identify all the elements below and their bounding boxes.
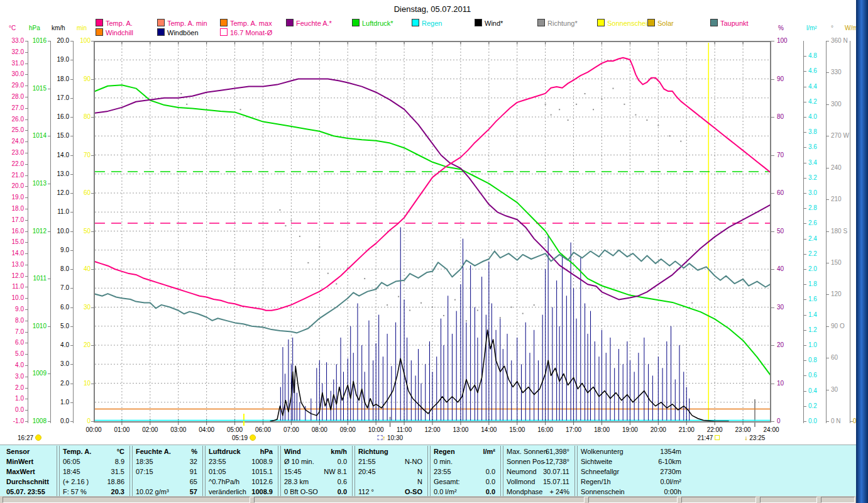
y-axis-label: 7.0	[4, 329, 24, 335]
x-axis-label: 13:00	[450, 427, 471, 433]
y-axis-label: 60	[831, 355, 838, 361]
y-axis-label: 80	[777, 114, 784, 120]
axis-tick	[25, 410, 28, 411]
axis-tick	[771, 79, 774, 80]
axis-tick	[25, 130, 28, 131]
y-axis-label: 50	[777, 228, 784, 235]
axis-tick	[25, 253, 28, 254]
table-cell: 15:45	[284, 467, 302, 477]
x-axis-label: 18:00	[591, 427, 613, 433]
table-cell: N-NO	[405, 456, 422, 467]
chart-canvas	[94, 41, 771, 428]
y-axis-label: 5.0	[52, 323, 69, 329]
axis-tick	[771, 384, 774, 384]
x-axis-label: 16:00	[535, 427, 556, 433]
table-row: ^0.7hPa/h1012.6	[205, 477, 275, 487]
y-axis-label: 40	[72, 266, 91, 272]
arrow-up-icon: ↑	[382, 434, 385, 441]
axis-tick	[771, 117, 774, 118]
axis-tick	[803, 193, 806, 194]
y-axis-label: 2.8	[808, 205, 817, 211]
y-axis-label: 13.0	[4, 262, 24, 268]
axis-tick	[803, 360, 806, 361]
table-cell: MinWert	[6, 456, 33, 467]
axis-line	[50, 41, 51, 423]
legend-item: Windböen	[157, 28, 199, 35]
x-axis-label: 01:00	[111, 427, 133, 433]
axis-tick	[25, 309, 28, 310]
axis-line	[826, 41, 827, 423]
y-axis-label: 3.0	[52, 361, 69, 367]
table-row: Mondphase+ 24%	[503, 487, 572, 497]
y-axis-label: 15.0	[52, 133, 69, 139]
y-axis-label: 11.0	[4, 284, 24, 290]
y-axis-label: 180 S	[831, 228, 847, 235]
axis-line	[803, 41, 804, 423]
axis-tick	[25, 298, 28, 299]
legend-label: Temp. A. max	[230, 19, 272, 27]
axis-tick	[70, 212, 73, 213]
axis-header-kmh: km/h	[52, 25, 65, 31]
legend-item: Temp. A. min	[157, 19, 207, 26]
status-bar	[0, 496, 856, 503]
axis-tick	[803, 178, 806, 179]
window-edge	[856, 0, 868, 503]
axis-tick	[771, 345, 774, 346]
x-axis-label: 15:00	[507, 427, 528, 433]
axis-tick	[803, 375, 806, 376]
y-axis-label: 0	[72, 418, 91, 424]
y-axis-label: 360 N	[831, 38, 848, 44]
table-cell: 0.0	[338, 487, 347, 497]
table-cell: + 24%	[550, 487, 570, 497]
y-axis-label: 1.0	[808, 342, 817, 348]
table-row: Sonnen Pos-12,738°	[503, 456, 572, 467]
legend-item: Solar	[647, 19, 674, 26]
axis-tick	[803, 345, 806, 346]
y-axis-label: 10.0	[52, 228, 69, 235]
table-cell: Wind	[284, 446, 301, 456]
table-cell: hPa	[260, 446, 273, 456]
y-axis-label: 1.0	[52, 399, 69, 406]
y-axis-label: 2.0	[52, 380, 69, 387]
y-axis-label: 0	[777, 418, 781, 424]
legend-swatch-icon	[96, 19, 103, 26]
sun-icon	[250, 434, 256, 441]
axis-tick	[25, 332, 28, 333]
table-row: Sonnenschein0:00h	[577, 487, 684, 497]
table-cell: Sichtweite	[581, 456, 612, 467]
y-axis-label: -1.0	[4, 418, 24, 424]
legend-item: Wind*	[475, 19, 503, 26]
legend-swatch-icon	[597, 19, 605, 26]
table-cell: Regen	[434, 446, 455, 456]
y-axis-label: 30	[831, 387, 838, 393]
table-row: Richtung	[354, 446, 425, 456]
y-axis-label: 21.0	[4, 172, 24, 179]
moonrise-marker-time: 10:30	[387, 434, 403, 441]
chart-plot-area	[94, 41, 771, 428]
axis-tick	[70, 136, 73, 136]
y-axis-label: 29.0	[4, 82, 24, 89]
legend-swatch-icon	[352, 19, 360, 26]
table-cell: 0.0	[486, 487, 495, 497]
sunrise-marker-time: 05:19	[232, 434, 248, 441]
sunset-marker-time: 21:47	[697, 434, 713, 441]
axis-tick	[25, 399, 28, 399]
table-row: Schneefallgr2730m	[577, 467, 684, 477]
axis-tick	[803, 299, 806, 300]
y-axis-label: 1016	[29, 38, 47, 44]
table-cell: Durchschnitt	[6, 477, 49, 487]
axis-tick	[826, 72, 829, 73]
axis-tick	[25, 377, 28, 377]
legend-label: Regen	[422, 19, 442, 27]
table-cell: 65	[190, 477, 197, 487]
y-axis-label: 1.0	[4, 395, 24, 402]
table-row: Sichtweite6-10km	[577, 456, 684, 467]
axis-tick	[803, 315, 806, 316]
legend-label: Wind*	[485, 19, 503, 27]
weather-chart-window: { "window":{"title":"Dienstag, 05.07.201…	[0, 0, 868, 503]
y-axis-label: 60	[72, 190, 91, 196]
axis-tick	[826, 136, 829, 136]
y-axis-label: 30	[72, 304, 91, 311]
table-cell: ^0.7hPa/h	[209, 477, 239, 487]
y-axis-label: 31.0	[4, 60, 24, 67]
